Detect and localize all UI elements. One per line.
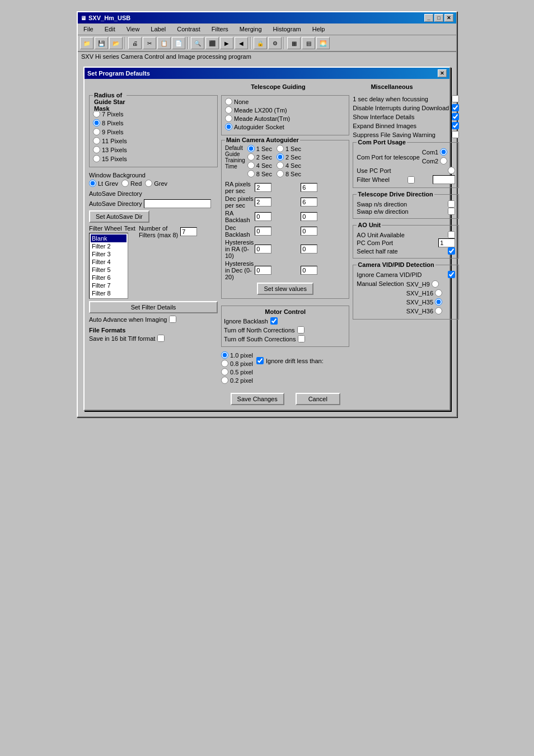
swap-ew-checkbox[interactable] bbox=[448, 208, 455, 215]
toolbar-btn-8[interactable]: 🔍 bbox=[191, 37, 204, 49]
filter-list[interactable]: Blank Filter 2 Filter 3 Filter 4 Filter … bbox=[89, 233, 128, 299]
save-changes-button[interactable]: Save Changes bbox=[231, 393, 284, 405]
dec-pixels-input1[interactable] bbox=[255, 198, 271, 206]
tt-8sec-col1-radio[interactable] bbox=[247, 170, 255, 177]
ignore-backlash-checkbox[interactable] bbox=[270, 317, 278, 325]
tt-1sec-col2-radio[interactable] bbox=[277, 145, 284, 152]
pixel-11-radio[interactable] bbox=[93, 137, 100, 144]
menu-help[interactable]: Help bbox=[309, 25, 329, 34]
menu-filters[interactable]: Filters bbox=[208, 25, 232, 34]
bg-grey-radio[interactable] bbox=[145, 180, 152, 187]
tt-2sec-col2-radio[interactable] bbox=[277, 153, 284, 161]
select-half-rate-checkbox[interactable] bbox=[448, 247, 455, 255]
swap-ns-checkbox[interactable] bbox=[448, 200, 455, 208]
filter-item-5[interactable]: Filter 5 bbox=[91, 266, 127, 274]
drift-1-radio[interactable] bbox=[221, 351, 228, 359]
com2-radio[interactable] bbox=[440, 157, 447, 165]
use-pc-port-radio[interactable] bbox=[448, 167, 455, 174]
toolbar-btn-11[interactable]: ◀ bbox=[235, 37, 248, 49]
toolbar-btn-5[interactable]: ✂ bbox=[143, 37, 156, 49]
autosave-dir-input[interactable] bbox=[144, 199, 211, 208]
menu-merging[interactable]: Merging bbox=[236, 25, 265, 34]
expand-binned-checkbox[interactable] bbox=[452, 122, 459, 129]
menu-contrast[interactable]: Contrast bbox=[174, 25, 204, 34]
dec-backlash-input2[interactable] bbox=[301, 227, 317, 236]
suppress-checkbox[interactable] bbox=[452, 131, 459, 138]
toolbar-btn-6[interactable]: 📋 bbox=[157, 37, 171, 49]
fw-text-input[interactable] bbox=[433, 175, 455, 184]
num-filters-input[interactable] bbox=[180, 227, 197, 236]
tt-4sec-col1-radio[interactable] bbox=[247, 162, 255, 169]
menu-edit[interactable]: Edit bbox=[101, 25, 119, 34]
toolbar-btn-13[interactable]: ⚙ bbox=[268, 37, 282, 49]
filter-item-3[interactable]: Filter 3 bbox=[91, 250, 127, 258]
toolbar-btn-10[interactable]: ▶ bbox=[220, 37, 233, 49]
ra-backlash-input1[interactable] bbox=[255, 212, 271, 221]
menu-histogram[interactable]: Histogram bbox=[270, 25, 305, 34]
menu-file[interactable]: File bbox=[80, 25, 97, 34]
com1-radio[interactable] bbox=[440, 148, 447, 156]
set-filter-button[interactable]: Set Filter Details bbox=[89, 301, 218, 313]
toolbar-btn-2[interactable]: 💾 bbox=[95, 37, 108, 49]
ra-backlash-input2[interactable] bbox=[301, 212, 317, 221]
toolbar-btn-14[interactable]: ▦ bbox=[287, 37, 301, 49]
ra-pixels-input1[interactable] bbox=[255, 183, 271, 192]
filter-item-blank[interactable]: Blank bbox=[91, 234, 127, 242]
sec-delay-checkbox[interactable] bbox=[452, 95, 459, 102]
set-slew-button[interactable]: Set slew values bbox=[257, 283, 313, 295]
hyst-dec-input1[interactable] bbox=[255, 266, 271, 275]
tg-autoguider-radio[interactable] bbox=[225, 123, 232, 130]
turn-off-south-checkbox[interactable] bbox=[298, 335, 305, 342]
tg-meade-autostar-radio[interactable] bbox=[225, 115, 232, 122]
toolbar-btn-3[interactable]: 📂 bbox=[109, 37, 123, 49]
auto-advance-checkbox[interactable] bbox=[169, 316, 176, 323]
sxv-h35-radio[interactable] bbox=[435, 298, 442, 306]
hyst-ra-input1[interactable] bbox=[255, 245, 271, 253]
filter-item-2[interactable]: Filter 2 bbox=[91, 242, 127, 250]
drift-05-radio[interactable] bbox=[221, 368, 228, 375]
toolbar-btn-15[interactable]: ▤ bbox=[302, 37, 315, 49]
sxv-h9-radio[interactable] bbox=[432, 280, 439, 288]
maximize-button[interactable]: □ bbox=[434, 14, 443, 22]
toolbar-btn-16[interactable]: 🌅 bbox=[316, 37, 330, 49]
ra-pixels-input2[interactable] bbox=[301, 183, 317, 192]
minimize-button[interactable]: _ bbox=[424, 14, 433, 22]
toolbar-btn-1[interactable]: 📁 bbox=[80, 37, 93, 49]
menu-label[interactable]: Label bbox=[147, 25, 169, 34]
dec-pixels-input2[interactable] bbox=[301, 198, 317, 206]
disable-interrupts-checkbox[interactable] bbox=[452, 104, 459, 111]
pixel-9-radio[interactable] bbox=[93, 128, 100, 135]
ignore-drift-checkbox[interactable] bbox=[256, 357, 264, 364]
filter-item-8[interactable]: Filter 8 bbox=[91, 289, 127, 297]
tt-4sec-col2-radio[interactable] bbox=[277, 162, 284, 169]
tt-2sec-col1-radio[interactable] bbox=[247, 153, 255, 161]
sxv-h16-radio[interactable] bbox=[435, 289, 442, 297]
hyst-dec-input2[interactable] bbox=[301, 266, 317, 275]
toolbar-btn-7[interactable]: 📄 bbox=[172, 37, 185, 49]
set-autosave-button[interactable]: Set AutoSave Dir bbox=[89, 210, 149, 223]
close-button[interactable]: ✕ bbox=[444, 14, 453, 22]
cancel-button[interactable]: Cancel bbox=[296, 393, 340, 405]
fw-checkbox[interactable] bbox=[407, 176, 415, 184]
save-16bit-checkbox[interactable] bbox=[157, 335, 165, 342]
dialog-close-button[interactable]: ✕ bbox=[438, 69, 447, 77]
bg-red-radio[interactable] bbox=[121, 180, 129, 187]
hyst-ra-input2[interactable] bbox=[301, 245, 317, 253]
pixel-15-radio[interactable] bbox=[93, 155, 100, 162]
bg-ltgrey-radio[interactable] bbox=[89, 180, 96, 187]
tt-8sec-col2-radio[interactable] bbox=[277, 170, 284, 177]
drift-08-radio[interactable] bbox=[221, 360, 228, 367]
show-interface-checkbox[interactable] bbox=[452, 113, 459, 120]
tg-meade-lx200-radio[interactable] bbox=[225, 106, 232, 114]
filter-item-7[interactable]: Filter 7 bbox=[91, 281, 127, 289]
tg-none-radio[interactable] bbox=[225, 98, 232, 105]
toolbar-btn-12[interactable]: 🔒 bbox=[254, 37, 267, 49]
ignore-camera-checkbox[interactable] bbox=[448, 271, 455, 278]
pc-com-port-input[interactable] bbox=[438, 238, 455, 247]
dec-backlash-input1[interactable] bbox=[255, 227, 271, 236]
ao-available-checkbox[interactable] bbox=[448, 231, 455, 238]
toolbar-btn-4[interactable]: 🖨 bbox=[128, 37, 142, 49]
toolbar-btn-9[interactable]: ⬛ bbox=[205, 37, 219, 49]
turn-off-north-checkbox[interactable] bbox=[297, 326, 305, 334]
pixel-13-radio[interactable] bbox=[93, 146, 100, 153]
